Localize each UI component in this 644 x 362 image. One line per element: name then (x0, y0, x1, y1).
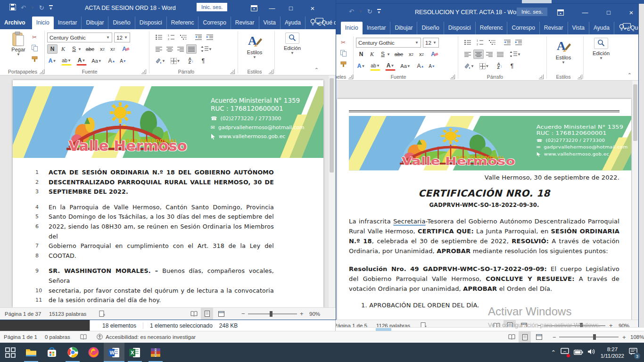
right-zoom-in-button[interactable]: + (609, 320, 613, 327)
clipboard-dialog-launcher[interactable] (40, 69, 44, 74)
superscript-button[interactable]: x2 (107, 44, 118, 54)
right-proofing-icon[interactable]: x (421, 320, 428, 327)
left-read-mode-button[interactable] (188, 308, 200, 320)
text-effects-button[interactable]: A▼ (47, 56, 58, 66)
battery-icon[interactable] (574, 348, 583, 357)
taskbar-winrar-icon[interactable] (145, 343, 166, 362)
left-vscroll-thumb[interactable] (330, 78, 334, 173)
bullets-button[interactable] (462, 38, 473, 47)
right-zoom-thumb[interactable] (580, 323, 583, 328)
tab-correspo[interactable]: Correspo (198, 16, 231, 29)
justify-button[interactable] (495, 49, 505, 59)
show-marks-button[interactable]: ¶ (507, 61, 517, 71)
right-vscroll-thumb[interactable] (633, 84, 637, 141)
left-zoom-out-button[interactable]: − (241, 308, 245, 320)
tray-chevron-icon[interactable]: ⌃ (551, 349, 556, 356)
left-ribbon-options-button[interactable] (247, 2, 261, 14)
right-signin-button[interactable]: Inic. ses. (517, 8, 547, 16)
bold-button[interactable]: N (47, 44, 58, 54)
left-zoom-thumb[interactable] (270, 311, 272, 317)
tab-insertar[interactable]: Insertar (54, 16, 82, 29)
bg-accessibility-status[interactable]: Accesibilidad: es necesario investigar (97, 331, 196, 343)
align-left-button[interactable] (462, 49, 473, 59)
left-zoom-in-button[interactable]: + (300, 308, 304, 320)
left-signin-button[interactable]: Inic. ses. (197, 3, 227, 11)
tab-revisar[interactable]: Revisar (231, 16, 259, 29)
highlight-color-button[interactable]: ab▼ (61, 56, 72, 66)
paste-button[interactable]: Pegar ▼ (8, 32, 28, 57)
bg-zoom-thumb[interactable] (593, 334, 596, 340)
tab-dibujar[interactable]: Dibujar (390, 22, 417, 34)
font-dialog-launcher[interactable] (141, 69, 146, 74)
align-left-button[interactable] (154, 44, 164, 54)
left-zoom-slider[interactable] (248, 308, 297, 320)
right-minimize-button[interactable]: — (578, 7, 592, 18)
justify-button[interactable] (186, 44, 197, 54)
shrink-font-button[interactable]: A▼ (427, 61, 437, 71)
bg-zoom-percent[interactable]: 108% (630, 331, 644, 343)
taskbar-firefox-icon[interactable] (83, 343, 104, 362)
shading-button[interactable]: ▼ (154, 56, 167, 66)
grow-font-button[interactable]: A▲ (415, 61, 426, 71)
taskbar-chrome-icon[interactable] (62, 343, 83, 362)
bg-proofing-icon[interactable] (80, 331, 87, 343)
paragraph-dialog-launcher[interactable] (230, 69, 235, 74)
styles-dialog-launcher[interactable] (578, 74, 582, 79)
font-size-combo[interactable]: 12▼ (423, 38, 439, 48)
font-size-combo[interactable]: 12▼ (114, 33, 130, 42)
font-color-button[interactable]: A▼ (385, 61, 396, 71)
right-document-page[interactable]: Valle Hermoso GAD PARROQUIAL Acuerdo Min… (337, 99, 631, 320)
clear-formatting-button[interactable]: A (121, 44, 131, 54)
bg-zoom-in-button[interactable]: + (622, 331, 626, 343)
italic-button[interactable]: K (367, 49, 377, 59)
right-ribbon-options-button[interactable] (553, 7, 568, 18)
bullets-button[interactable] (154, 33, 164, 42)
subscript-button[interactable]: x2 (97, 44, 107, 54)
tab-diseño[interactable]: Diseño (417, 22, 444, 34)
font-color-button[interactable]: A▼ (76, 56, 87, 66)
tab-vista[interactable]: Vista (259, 16, 281, 29)
taskbar-excel-icon[interactable]: X (124, 343, 145, 362)
superscript-button[interactable]: x2 (416, 49, 427, 59)
subscript-button[interactable]: x2 (406, 49, 416, 59)
styles-dialog-launcher[interactable] (269, 69, 273, 74)
multilevel-list-button[interactable] (487, 38, 497, 47)
borders-button[interactable]: ▼ (478, 61, 491, 71)
copy-button[interactable] (338, 49, 348, 58)
right-word-count[interactable]: 1126 palabras (376, 320, 410, 327)
sort-button[interactable]: AZ↓ (185, 56, 197, 66)
numbering-button[interactable]: 12 (166, 33, 176, 42)
bg-zoom-out-button[interactable]: − (553, 331, 556, 343)
comment-icon[interactable] (315, 18, 323, 26)
align-center-button[interactable] (473, 49, 484, 59)
underline-options-arrow[interactable]: ▼ (386, 49, 391, 59)
right-zoom-slider[interactable] (544, 320, 605, 327)
right-print-layout-button[interactable] (504, 320, 516, 327)
tab-referenc[interactable]: Referenc (476, 22, 508, 34)
format-painter-button[interactable] (29, 54, 40, 64)
align-center-button[interactable] (165, 44, 175, 54)
left-vertical-scrollbar[interactable] (328, 75, 335, 307)
sort-button[interactable]: AZ↓ (494, 61, 506, 71)
left-document-page[interactable]: Valle Hermoso GAD PARROQUIAL Acuerdo Min… (13, 80, 323, 307)
increase-indent-button[interactable] (205, 33, 215, 42)
collapse-ribbon-icon[interactable]: ⌃ (314, 67, 319, 73)
cut-button[interactable]: ✂ (29, 33, 40, 42)
editing-button[interactable]: Edición ▼ (589, 38, 613, 60)
highlight-color-button[interactable]: ab▼ (370, 61, 380, 71)
tab-ayuda[interactable]: Ayuda (281, 16, 305, 29)
bg-zoom-slider[interactable] (559, 331, 619, 343)
font-name-combo[interactable]: Century Gothic▼ (47, 33, 112, 42)
right-read-mode-button[interactable] (490, 320, 503, 327)
grow-font-button[interactable]: A▲ (107, 56, 117, 66)
text-effects-button[interactable]: A▼ (356, 61, 366, 71)
cut-button[interactable]: ✂ (338, 38, 348, 47)
bg-print-layout-button[interactable] (519, 331, 531, 343)
qat-customize-icon[interactable]: ▼ (377, 9, 381, 15)
strikethrough-button[interactable]: abe (84, 44, 96, 54)
tab-correspo[interactable]: Correspo (507, 22, 539, 34)
comment-icon[interactable] (623, 23, 631, 32)
tab-diseño[interactable]: Diseño (108, 16, 135, 29)
left-titlebar[interactable]: ↶▼ ↻ ▼ ACTA DE SESION ORD 18 - Word Inic… (0, 0, 336, 16)
right-page-indicator[interactable]: Página 1 de 5 (334, 320, 367, 327)
